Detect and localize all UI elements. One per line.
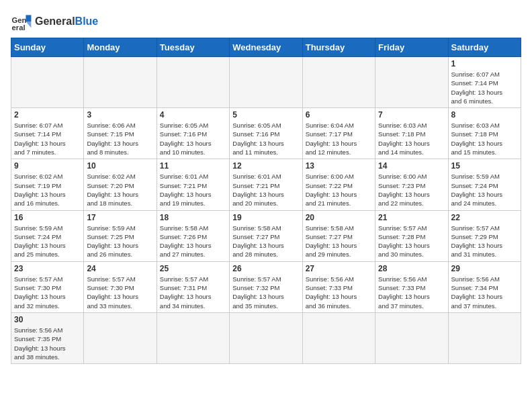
calendar-day-cell: 23Sunrise: 5:57 AM Sunset: 7:30 PM Dayli…	[11, 261, 84, 312]
day-number: 17	[87, 213, 153, 222]
calendar-day-cell: 30Sunrise: 5:56 AM Sunset: 7:35 PM Dayli…	[11, 312, 84, 363]
calendar-day-cell: 26Sunrise: 5:57 AM Sunset: 7:32 PM Dayli…	[230, 261, 302, 312]
svg-text:eral: eral	[12, 24, 26, 32]
day-info: Sunrise: 6:03 AM Sunset: 7:18 PM Dayligh…	[378, 121, 445, 156]
day-number: 29	[451, 264, 518, 273]
weekday-header: Wednesday	[230, 38, 302, 57]
day-info: Sunrise: 5:57 AM Sunset: 7:28 PM Dayligh…	[378, 224, 445, 259]
day-info: Sunrise: 5:57 AM Sunset: 7:29 PM Dayligh…	[451, 224, 518, 259]
calendar-week-row: 2Sunrise: 6:07 AM Sunset: 7:14 PM Daylig…	[11, 108, 521, 159]
day-number: 21	[378, 213, 445, 222]
calendar-day-cell	[157, 57, 229, 108]
day-info: Sunrise: 5:57 AM Sunset: 7:30 PM Dayligh…	[87, 275, 153, 310]
day-number: 7	[378, 110, 445, 120]
logo-icon: Gen eral	[11, 11, 32, 32]
calendar-day-cell: 24Sunrise: 5:57 AM Sunset: 7:30 PM Dayli…	[84, 261, 157, 312]
page-header: Gen eral GeneralBlue	[11, 11, 521, 32]
calendar-day-cell: 14Sunrise: 6:00 AM Sunset: 7:23 PM Dayli…	[375, 159, 448, 210]
calendar-day-cell: 16Sunrise: 5:59 AM Sunset: 7:24 PM Dayli…	[11, 210, 84, 261]
day-info: Sunrise: 5:56 AM Sunset: 7:33 PM Dayligh…	[306, 275, 372, 310]
day-number: 2	[14, 110, 81, 120]
svg-marker-2	[26, 15, 31, 21]
day-info: Sunrise: 5:59 AM Sunset: 7:24 PM Dayligh…	[451, 172, 518, 208]
day-info: Sunrise: 5:56 AM Sunset: 7:35 PM Dayligh…	[14, 326, 81, 361]
calendar-day-cell: 9Sunrise: 6:02 AM Sunset: 7:19 PM Daylig…	[11, 159, 84, 210]
day-number: 6	[306, 110, 372, 120]
day-number: 9	[14, 161, 81, 171]
calendar-day-cell	[448, 312, 521, 363]
calendar-day-cell: 15Sunrise: 5:59 AM Sunset: 7:24 PM Dayli…	[448, 159, 521, 210]
day-number: 22	[451, 213, 518, 222]
svg-marker-3	[26, 21, 31, 28]
calendar-day-cell: 3Sunrise: 6:06 AM Sunset: 7:15 PM Daylig…	[84, 108, 157, 159]
day-number: 24	[87, 264, 153, 273]
calendar-day-cell	[84, 312, 157, 363]
calendar-day-cell: 6Sunrise: 6:04 AM Sunset: 7:17 PM Daylig…	[302, 108, 375, 159]
day-info: Sunrise: 6:06 AM Sunset: 7:15 PM Dayligh…	[87, 121, 153, 156]
day-info: Sunrise: 6:00 AM Sunset: 7:22 PM Dayligh…	[306, 172, 372, 208]
day-info: Sunrise: 6:04 AM Sunset: 7:17 PM Dayligh…	[306, 121, 372, 156]
day-info: Sunrise: 6:05 AM Sunset: 7:16 PM Dayligh…	[160, 121, 226, 156]
day-number: 26	[232, 264, 299, 273]
day-number: 14	[378, 161, 445, 171]
day-number: 13	[306, 161, 372, 171]
calendar-day-cell: 4Sunrise: 6:05 AM Sunset: 7:16 PM Daylig…	[157, 108, 229, 159]
day-number: 11	[160, 161, 226, 171]
calendar-day-cell	[84, 57, 157, 108]
calendar-day-cell: 1Sunrise: 6:07 AM Sunset: 7:14 PM Daylig…	[448, 57, 521, 108]
day-number: 3	[87, 110, 153, 120]
calendar-day-cell: 22Sunrise: 5:57 AM Sunset: 7:29 PM Dayli…	[448, 210, 521, 261]
calendar-week-row: 9Sunrise: 6:02 AM Sunset: 7:19 PM Daylig…	[11, 159, 521, 210]
calendar-day-cell	[302, 57, 375, 108]
calendar-day-cell: 19Sunrise: 5:58 AM Sunset: 7:27 PM Dayli…	[230, 210, 302, 261]
day-number: 5	[232, 110, 299, 120]
day-number: 8	[451, 110, 518, 120]
day-info: Sunrise: 5:57 AM Sunset: 7:31 PM Dayligh…	[160, 275, 226, 310]
day-info: Sunrise: 5:58 AM Sunset: 7:27 PM Dayligh…	[306, 224, 372, 259]
day-info: Sunrise: 6:02 AM Sunset: 7:20 PM Dayligh…	[87, 172, 153, 208]
calendar-header-row: SundayMondayTuesdayWednesdayThursdayFrid…	[11, 38, 521, 57]
day-info: Sunrise: 6:02 AM Sunset: 7:19 PM Dayligh…	[14, 172, 81, 208]
day-number: 10	[87, 161, 153, 171]
calendar-day-cell	[375, 312, 448, 363]
calendar-day-cell: 5Sunrise: 6:05 AM Sunset: 7:16 PM Daylig…	[230, 108, 302, 159]
day-number: 25	[160, 264, 226, 273]
calendar-day-cell: 17Sunrise: 5:59 AM Sunset: 7:25 PM Dayli…	[84, 210, 157, 261]
calendar-day-cell: 8Sunrise: 6:03 AM Sunset: 7:18 PM Daylig…	[448, 108, 521, 159]
day-info: Sunrise: 6:00 AM Sunset: 7:23 PM Dayligh…	[378, 172, 445, 208]
calendar-week-row: 1Sunrise: 6:07 AM Sunset: 7:14 PM Daylig…	[11, 57, 521, 108]
day-number: 23	[14, 264, 81, 273]
day-info: Sunrise: 5:58 AM Sunset: 7:26 PM Dayligh…	[160, 224, 226, 259]
day-info: Sunrise: 5:59 AM Sunset: 7:25 PM Dayligh…	[87, 224, 153, 259]
calendar-week-row: 30Sunrise: 5:56 AM Sunset: 7:35 PM Dayli…	[11, 312, 521, 363]
day-info: Sunrise: 5:57 AM Sunset: 7:32 PM Dayligh…	[232, 275, 299, 310]
day-info: Sunrise: 5:58 AM Sunset: 7:27 PM Dayligh…	[232, 224, 299, 259]
day-info: Sunrise: 6:07 AM Sunset: 7:14 PM Dayligh…	[451, 70, 518, 105]
calendar-day-cell	[230, 57, 302, 108]
day-info: Sunrise: 5:59 AM Sunset: 7:24 PM Dayligh…	[14, 224, 81, 259]
logo: Gen eral GeneralBlue	[11, 11, 98, 32]
calendar-day-cell	[302, 312, 375, 363]
day-info: Sunrise: 6:01 AM Sunset: 7:21 PM Dayligh…	[160, 172, 226, 208]
weekday-header: Monday	[84, 38, 157, 57]
day-info: Sunrise: 5:56 AM Sunset: 7:33 PM Dayligh…	[378, 275, 445, 310]
day-number: 18	[160, 213, 226, 222]
day-info: Sunrise: 5:56 AM Sunset: 7:34 PM Dayligh…	[451, 275, 518, 310]
calendar-day-cell: 20Sunrise: 5:58 AM Sunset: 7:27 PM Dayli…	[302, 210, 375, 261]
day-number: 15	[451, 161, 518, 171]
calendar-table: SundayMondayTuesdayWednesdayThursdayFrid…	[11, 38, 521, 364]
day-info: Sunrise: 6:03 AM Sunset: 7:18 PM Dayligh…	[451, 121, 518, 156]
weekday-header: Thursday	[302, 38, 375, 57]
calendar-day-cell: 25Sunrise: 5:57 AM Sunset: 7:31 PM Dayli…	[157, 261, 229, 312]
calendar-day-cell: 27Sunrise: 5:56 AM Sunset: 7:33 PM Dayli…	[302, 261, 375, 312]
calendar-week-row: 23Sunrise: 5:57 AM Sunset: 7:30 PM Dayli…	[11, 261, 521, 312]
day-info: Sunrise: 6:05 AM Sunset: 7:16 PM Dayligh…	[232, 121, 299, 156]
calendar-day-cell	[230, 312, 302, 363]
calendar-day-cell	[375, 57, 448, 108]
calendar-day-cell: 12Sunrise: 6:01 AM Sunset: 7:21 PM Dayli…	[230, 159, 302, 210]
calendar-day-cell	[11, 57, 84, 108]
weekday-header: Saturday	[448, 38, 521, 57]
svg-text:Gen: Gen	[12, 16, 27, 24]
day-number: 30	[14, 315, 81, 324]
calendar-day-cell: 13Sunrise: 6:00 AM Sunset: 7:22 PM Dayli…	[302, 159, 375, 210]
